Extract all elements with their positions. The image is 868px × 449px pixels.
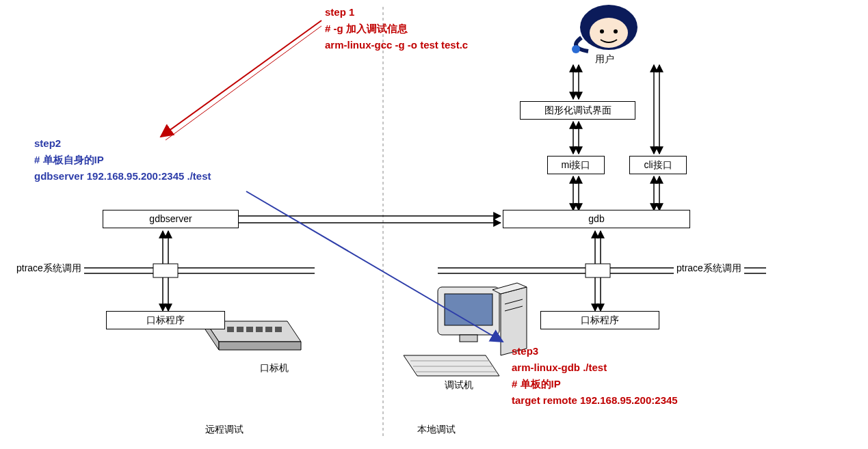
step1-annotation: step 1 # -g 加入调试信息 arm-linux-gcc -g -o t… <box>325 4 468 53</box>
remote-debug-label: 远程调试 <box>205 424 244 436</box>
gui-box: 图形化调试界面 <box>520 101 635 120</box>
svg-rect-27 <box>586 264 610 277</box>
step3-annotation: step3 arm-linux-gdb ./test # 单板的IP targe… <box>512 343 678 409</box>
svg-rect-30 <box>246 327 253 332</box>
step1-line2: # -g 加入调试信息 <box>325 21 468 37</box>
step3-line2: arm-linux-gdb ./test <box>512 359 678 376</box>
svg-point-1 <box>580 5 637 50</box>
svg-line-37 <box>505 299 523 304</box>
mi-box: mi接口 <box>547 156 605 174</box>
step2-line3: gdbserver 192.168.95.200:2345 ./test <box>34 168 211 185</box>
svg-rect-34 <box>438 287 499 335</box>
local-debug-label: 本地调试 <box>417 424 456 436</box>
svg-rect-29 <box>237 327 244 332</box>
svg-rect-36 <box>460 335 477 342</box>
step1-title: step 1 <box>325 4 468 21</box>
svg-line-38 <box>505 306 523 311</box>
target-prog-left-box: 口标程序 <box>106 311 225 329</box>
cli-box: cli接口 <box>629 156 687 174</box>
step2-annotation: step2 # 单板自身的IP gdbserver 192.168.95.200… <box>34 135 211 185</box>
svg-rect-28 <box>227 327 234 332</box>
target-prog-right-box: 口标程序 <box>540 311 659 329</box>
debug-machine-icon <box>404 283 527 376</box>
svg-point-3 <box>600 29 604 33</box>
diagram-stage: { "step1": { "title": "step 1", "line2":… <box>0 0 868 449</box>
svg-line-43 <box>166 26 321 140</box>
gdb-box: gdb <box>503 210 690 228</box>
svg-line-42 <box>161 21 321 137</box>
svg-point-5 <box>572 45 580 53</box>
step2-title: step2 <box>34 135 211 152</box>
svg-rect-33 <box>275 327 282 332</box>
ptrace-right-label: ptrace系统调用 <box>674 262 744 275</box>
svg-line-44 <box>246 191 503 342</box>
step3-line4: target remote 192.168.95.200:2345 <box>512 392 678 409</box>
step1-line3: arm-linux-gcc -g -o test test.c <box>325 37 468 53</box>
svg-rect-35 <box>445 294 492 325</box>
step3-title: step3 <box>512 343 678 359</box>
svg-point-4 <box>614 29 618 33</box>
user-label: 用户 <box>595 53 614 66</box>
svg-rect-32 <box>265 327 272 332</box>
target-machine-label: 口标机 <box>260 362 289 375</box>
debug-machine-label: 调试机 <box>445 379 473 392</box>
svg-rect-26 <box>153 264 178 277</box>
svg-point-2 <box>590 18 628 48</box>
gdbserver-box: gdbserver <box>103 210 239 228</box>
ptrace-left-label: ptrace系统调用 <box>14 262 84 275</box>
step2-line2: # 单板自身的IP <box>34 152 211 168</box>
svg-rect-31 <box>256 327 263 332</box>
user-icon <box>572 5 637 53</box>
step3-line3: # 单板的IP <box>512 376 678 392</box>
